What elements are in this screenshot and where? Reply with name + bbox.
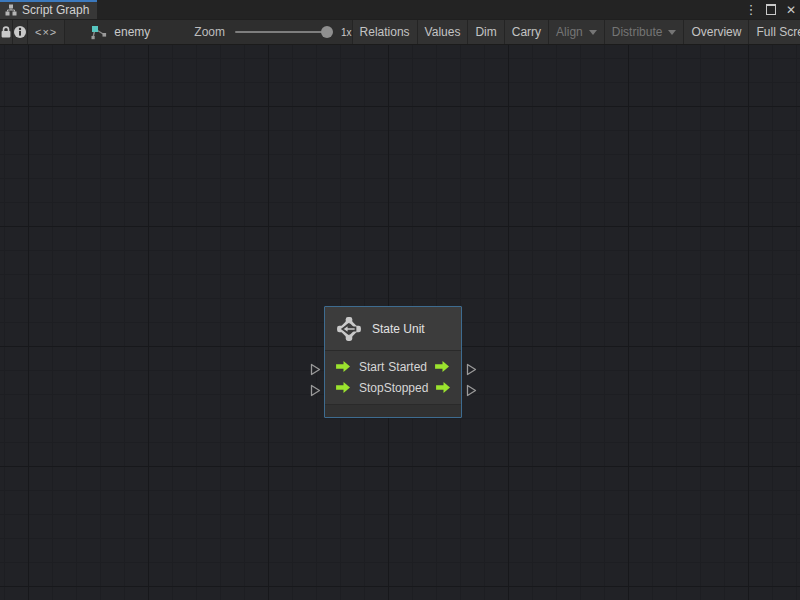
- output-connection-port-started[interactable]: [466, 363, 477, 376]
- port-label: Start: [359, 360, 384, 374]
- tab-script-graph[interactable]: Script Graph: [0, 0, 97, 19]
- maximize-button[interactable]: [764, 2, 778, 18]
- overview-label: Overview: [691, 25, 741, 39]
- window-menu-button[interactable]: ⋮: [744, 2, 758, 18]
- distribute-button: Distribute: [605, 20, 685, 44]
- output-port-stopped[interactable]: Stopped: [384, 381, 463, 395]
- maximize-icon: [766, 4, 776, 15]
- tab-accent-line: [0, 0, 97, 2]
- carry-label: Carry: [512, 25, 541, 39]
- port-label: Stop: [359, 381, 384, 395]
- port-row: Start Started: [325, 356, 461, 377]
- node-footer: [325, 404, 461, 417]
- chevron-down-icon: [589, 30, 597, 35]
- dim-label: Dim: [475, 25, 496, 39]
- state-unit-node[interactable]: State Unit Start Started: [324, 306, 462, 418]
- align-button: Align: [549, 20, 605, 44]
- graph-canvas[interactable]: State Unit Start Started: [0, 45, 800, 600]
- close-icon: ✕: [786, 4, 796, 16]
- zoom-value: 1x: [341, 27, 352, 38]
- kebab-menu-icon: ⋮: [745, 3, 758, 16]
- distribute-label: Distribute: [612, 25, 663, 39]
- info-icon: [13, 25, 27, 39]
- align-label: Align: [556, 25, 583, 39]
- overview-button[interactable]: Overview: [684, 20, 749, 44]
- info-button[interactable]: [13, 20, 28, 44]
- node-ports: Start Started Stop: [325, 351, 461, 404]
- values-label: Values: [425, 25, 461, 39]
- control-output-arrow-icon: [434, 381, 453, 394]
- control-input-arrow-icon: [334, 360, 353, 373]
- node-header[interactable]: State Unit: [325, 307, 461, 351]
- zoom-slider-track[interactable]: [235, 31, 327, 33]
- close-button[interactable]: ✕: [784, 2, 798, 18]
- state-unit-icon: [336, 316, 362, 342]
- code-icon: <×>: [35, 26, 57, 38]
- port-label: Stopped: [384, 381, 429, 395]
- lock-icon: [0, 25, 12, 39]
- state-unit-node-group: State Unit Start Started: [310, 306, 490, 426]
- lock-button[interactable]: [0, 20, 13, 44]
- output-connection-port-stopped[interactable]: [466, 384, 477, 397]
- fullscreen-label: Full Screen: [756, 25, 800, 39]
- tab-label: Script Graph: [22, 3, 89, 17]
- carry-button[interactable]: Carry: [505, 20, 549, 44]
- graph-name-label: enemy: [114, 25, 150, 39]
- input-port-stop[interactable]: Stop: [325, 381, 384, 395]
- graph-asset-icon: [91, 25, 107, 40]
- input-port-start[interactable]: Start: [325, 360, 384, 374]
- relations-label: Relations: [360, 25, 410, 39]
- output-port-started[interactable]: Started: [388, 360, 461, 374]
- toolbar-middle: enemy Zoom 1x: [65, 20, 352, 44]
- graph-toolbar: <×> enemy Zoom 1x Relations Values Dim C…: [0, 19, 800, 45]
- input-connection-port-stop[interactable]: [310, 384, 321, 397]
- code-view-button[interactable]: <×>: [28, 20, 65, 44]
- port-row: Stop Stopped: [325, 377, 461, 398]
- control-output-arrow-icon: [433, 360, 452, 373]
- chevron-down-icon: [668, 30, 676, 35]
- zoom-slider-handle[interactable]: [321, 26, 333, 38]
- node-title: State Unit: [372, 322, 425, 336]
- relations-button[interactable]: Relations: [353, 20, 418, 44]
- values-button[interactable]: Values: [418, 20, 469, 44]
- port-label: Started: [388, 360, 427, 374]
- input-connection-port-start[interactable]: [310, 363, 321, 376]
- fullscreen-button[interactable]: Full Screen: [749, 20, 800, 44]
- dim-button[interactable]: Dim: [468, 20, 504, 44]
- window-titlebar: Script Graph ⋮ ✕: [0, 0, 800, 19]
- control-input-arrow-icon: [334, 381, 353, 394]
- zoom-label: Zoom: [194, 25, 225, 39]
- graph-hierarchy-icon: [5, 4, 17, 16]
